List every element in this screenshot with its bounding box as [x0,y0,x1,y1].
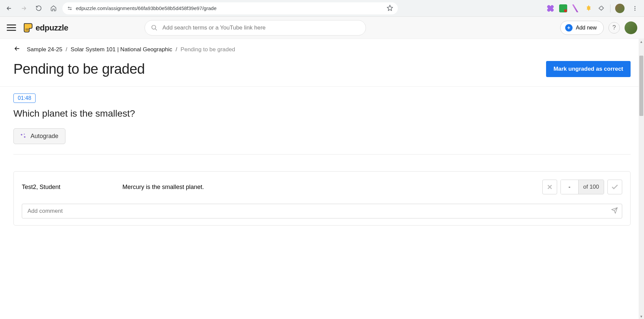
content-area: 01:48 Which planet is the smallest? Auto… [0,87,644,232]
comment-row [22,204,622,218]
score-max-label: of 100 [578,180,604,194]
url-text: edpuzzle.com/assignments/66fa93bb0e58b5d… [76,5,217,11]
extension-icon[interactable] [572,4,580,12]
logo-icon [22,22,34,34]
bookmark-star-icon[interactable] [387,5,393,12]
svg-point-0 [68,7,69,8]
breadcrumb-separator: / [176,46,177,53]
logo[interactable]: edpuzzle [22,22,68,34]
extension-icon[interactable] [559,4,567,12]
score-box: of 100 [560,180,604,194]
browser-back-button[interactable] [3,3,15,14]
student-name: Test2, Student [22,184,109,191]
breadcrumb-row: Sample 24-25 / Solar System 101 | Nation… [0,39,644,54]
breadcrumb: Sample 24-25 / Solar System 101 | Nation… [27,46,235,53]
grade-controls: of 100 [542,180,622,194]
svg-point-3 [635,8,636,9]
logo-text: edpuzzle [36,23,68,33]
svg-point-5 [152,25,156,29]
student-answer: Mercury is the smallest planet. [122,184,529,191]
send-icon [611,207,618,214]
search-bar[interactable] [145,20,366,36]
add-new-button[interactable]: + Add new [560,21,604,35]
autograde-button[interactable]: Autograde [13,128,65,144]
add-new-label: Add new [576,25,597,31]
question-text: Which planet is the smallest? [13,108,631,119]
mark-correct-button[interactable] [607,180,622,194]
autograde-label: Autograde [31,133,58,140]
divider [610,4,610,12]
help-button[interactable]: ? [608,22,620,34]
browser-home-button[interactable] [48,3,59,14]
browser-url-bar[interactable]: edpuzzle.com/assignments/66fa93bb0e58b5d… [62,2,398,14]
x-icon [546,183,553,191]
mark-incorrect-button[interactable] [542,180,557,194]
title-row: Pending to be graded Mark ungraded as co… [0,54,644,87]
extension-icon[interactable] [585,4,593,12]
back-button[interactable] [13,45,21,54]
scroll-thumb[interactable] [639,56,643,116]
mark-ungraded-correct-button[interactable]: Mark ungraded as correct [546,61,631,77]
score-input[interactable] [561,180,578,194]
wand-icon [20,133,26,140]
comment-input[interactable] [28,208,611,214]
browser-profile-avatar[interactable] [615,4,625,13]
question-timestamp[interactable]: 01:48 [13,93,36,103]
divider [13,154,631,154]
site-settings-icon [67,6,72,11]
browser-forward-button[interactable] [18,3,30,14]
menu-button[interactable] [7,23,16,33]
breadcrumb-current: Pending to be graded [180,46,235,53]
response-card: Test2, Student Mercury is the smallest p… [13,171,631,226]
extension-icon[interactable] [546,4,554,12]
check-icon [611,183,619,191]
browser-chrome: edpuzzle.com/assignments/66fa93bb0e58b5d… [0,0,644,17]
svg-point-4 [635,9,636,10]
breadcrumb-separator: / [66,46,67,53]
svg-point-2 [635,6,636,7]
svg-point-1 [70,9,71,10]
scrollbar[interactable]: ▲ ▼ [639,39,644,232]
scroll-up-arrow[interactable]: ▲ [639,39,644,44]
search-icon [151,24,158,31]
extensions-menu-icon[interactable] [597,4,605,12]
browser-extensions [546,3,641,14]
page-title: Pending to be graded [13,61,145,77]
browser-reload-button[interactable] [33,3,44,14]
breadcrumb-level2[interactable]: Solar System 101 | National Geographic [71,46,172,53]
plus-icon: + [565,24,573,31]
user-avatar[interactable] [625,21,637,34]
search-input[interactable] [162,24,360,31]
response-row: Test2, Student Mercury is the smallest p… [22,180,622,194]
browser-menu-button[interactable] [629,3,641,14]
breadcrumb-level1[interactable]: Sample 24-25 [27,46,62,53]
send-comment-button[interactable] [611,207,618,215]
app-header: edpuzzle + Add new ? [0,17,644,39]
